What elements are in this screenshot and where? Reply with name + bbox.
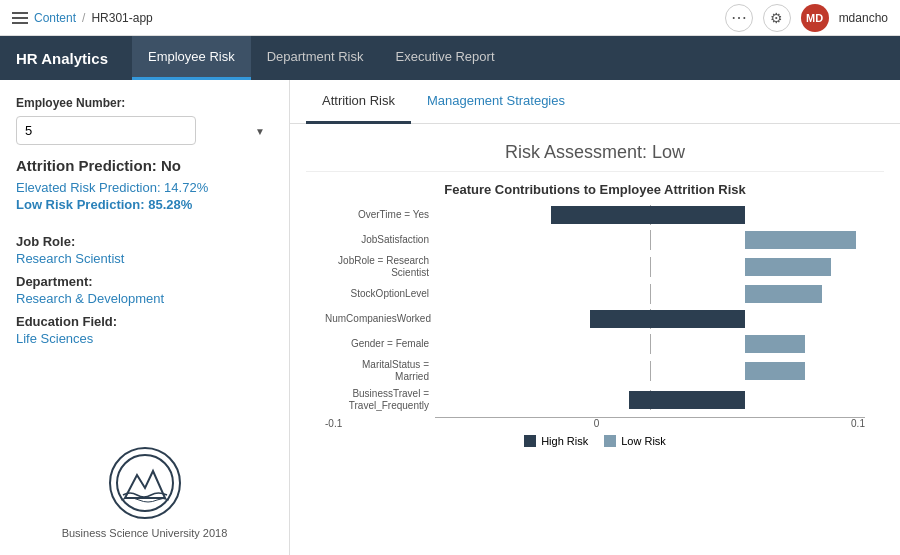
bar-label: JobRole = Research Scientist: [325, 255, 435, 279]
nav-item-employee-risk[interactable]: Employee Risk: [132, 36, 251, 80]
chart-legend: High Risk Low Risk: [524, 435, 666, 447]
main-content: Employee Number: 5 1 2 3 4 Attrition Pre…: [0, 80, 900, 555]
bar-area: [435, 390, 865, 410]
bar-row: MaritalStatus = Married: [325, 359, 865, 383]
bar-area: [435, 309, 865, 329]
svg-point-0: [117, 455, 173, 511]
employee-number-select-wrapper[interactable]: 5 1 2 3 4: [16, 116, 273, 145]
risk-assessment-label: Risk Assessment: Low: [306, 134, 884, 172]
bar-label: MaritalStatus = Married: [325, 359, 435, 383]
bar-label: OverTime = Yes: [325, 209, 435, 221]
svg-marker-1: [125, 471, 165, 498]
bar-row: NumCompaniesWorked: [325, 309, 865, 329]
department-label: Department:: [16, 274, 273, 289]
legend-high-risk: High Risk: [524, 435, 588, 447]
top-bar-right: ⋯ ⚙ MD mdancho: [725, 4, 888, 32]
attrition-prediction: Attrition Prediction: No: [16, 157, 273, 174]
nav-brand: HR Analytics: [16, 50, 124, 67]
nav-item-executive-report[interactable]: Executive Report: [380, 36, 511, 80]
employee-number-label: Employee Number:: [16, 96, 273, 110]
bar-row: Gender = Female: [325, 334, 865, 354]
bar-area: [435, 230, 865, 250]
bar-row: JobRole = Research Scientist: [325, 255, 865, 279]
logo-circle: [109, 447, 181, 519]
logo-svg: [115, 453, 175, 513]
bar-area: [435, 257, 865, 277]
bar-area: [435, 334, 865, 354]
job-role-value: Research Scientist: [16, 251, 273, 266]
bar-label: JobSatisfaction: [325, 234, 435, 246]
department-value: Research & Development: [16, 291, 273, 306]
job-role-section: Job Role: Research Scientist Department:…: [16, 234, 273, 354]
bar-label: Gender = Female: [325, 338, 435, 350]
low-risk-legend-box: [604, 435, 616, 447]
low-risk-legend-label: Low Risk: [621, 435, 666, 447]
education-field-value: Life Sciences: [16, 331, 273, 346]
username-label: mdancho: [839, 11, 888, 25]
bar-low-risk: [745, 362, 805, 380]
prediction-section: Attrition Prediction: No Elevated Risk P…: [16, 157, 273, 222]
breadcrumb: Content / HR301-app: [12, 11, 153, 25]
logo-area: Business Science University 2018: [16, 427, 273, 539]
bar-low-risk: [745, 231, 857, 249]
job-role-label: Job Role:: [16, 234, 273, 249]
bar-chart: OverTime = YesJobSatisfactionJobRole = R…: [325, 205, 865, 418]
bar-label: BusinessTravel = Travel_Frequently: [325, 388, 435, 412]
chart-container: Feature Contributions to Employee Attrit…: [306, 182, 884, 447]
nav-item-department-risk[interactable]: Department Risk: [251, 36, 380, 80]
dots-button[interactable]: ⋯: [725, 4, 753, 32]
top-bar: Content / HR301-app ⋯ ⚙ MD mdancho: [0, 0, 900, 36]
chart-area: Risk Assessment: Low Feature Contributio…: [290, 124, 900, 555]
bar-high-risk: [551, 206, 745, 224]
axis-labels: -0.1 0 0.1: [325, 418, 865, 429]
bar-low-risk: [745, 285, 822, 303]
high-risk-legend-box: [524, 435, 536, 447]
employee-number-section: Employee Number: 5 1 2 3 4: [16, 96, 273, 145]
bar-low-risk: [745, 335, 805, 353]
breadcrumb-app: HR301-app: [91, 11, 152, 25]
chart-title: Feature Contributions to Employee Attrit…: [444, 182, 745, 197]
hamburger-icon[interactable]: [12, 12, 28, 24]
bar-high-risk: [590, 310, 745, 328]
bar-area: [435, 284, 865, 304]
gear-button[interactable]: ⚙: [763, 4, 791, 32]
right-panel: Attrition Risk Management Strategies Ris…: [290, 80, 900, 555]
high-risk-legend-label: High Risk: [541, 435, 588, 447]
avatar[interactable]: MD: [801, 4, 829, 32]
tab-attrition-risk[interactable]: Attrition Risk: [306, 80, 411, 124]
bar-area: [435, 205, 865, 225]
low-risk-prediction: Low Risk Prediction: 85.28%: [16, 197, 273, 212]
bar-row: OverTime = Yes: [325, 205, 865, 225]
legend-low-risk: Low Risk: [604, 435, 666, 447]
tab-management-strategies[interactable]: Management Strategies: [411, 80, 581, 124]
logo-text: Business Science University 2018: [62, 527, 228, 539]
bar-row: JobSatisfaction: [325, 230, 865, 250]
bar-row: StockOptionLevel: [325, 284, 865, 304]
sidebar: Employee Number: 5 1 2 3 4 Attrition Pre…: [0, 80, 290, 555]
breadcrumb-separator: /: [82, 11, 85, 25]
bar-row: BusinessTravel = Travel_Frequently: [325, 388, 865, 412]
education-field-label: Education Field:: [16, 314, 273, 329]
bar-high-risk: [629, 391, 745, 409]
employee-number-select[interactable]: 5 1 2 3 4: [16, 116, 196, 145]
bar-area: [435, 361, 865, 381]
breadcrumb-home[interactable]: Content: [34, 11, 76, 25]
nav-bar: HR Analytics Employee Risk Department Ri…: [0, 36, 900, 80]
bar-label: NumCompaniesWorked: [325, 313, 435, 325]
bar-low-risk: [745, 258, 831, 276]
elevated-risk-prediction: Elevated Risk Prediction: 14.72%: [16, 180, 273, 195]
tabs-bar: Attrition Risk Management Strategies: [290, 80, 900, 124]
bar-label: StockOptionLevel: [325, 288, 435, 300]
